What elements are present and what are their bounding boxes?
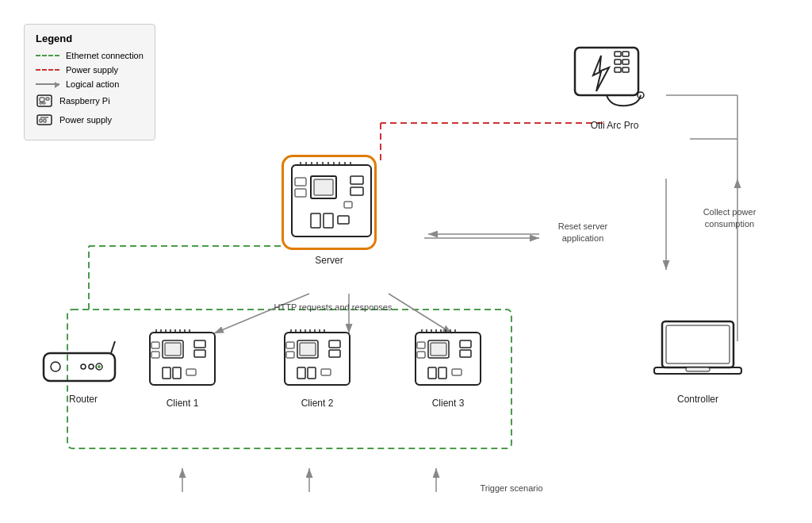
- client2: Client 2: [282, 329, 353, 409]
- router-label: Router: [69, 394, 98, 405]
- diagram: Legend Ethernet connection Power supply …: [0, 0, 812, 523]
- otii-arc-pro: Otii Arc Pro: [571, 44, 658, 131]
- svg-rect-90: [297, 367, 305, 379]
- svg-rect-111: [417, 342, 425, 348]
- collect-annotation: Collect power consumption: [690, 206, 769, 231]
- svg-rect-27: [40, 119, 42, 122]
- svg-rect-70: [194, 340, 205, 348]
- svg-rect-23: [40, 102, 42, 104]
- svg-rect-108: [428, 367, 436, 379]
- svg-rect-113: [44, 353, 115, 381]
- legend-item-ethernet: Ethernet connection: [36, 51, 144, 60]
- legend-power-label: Power supply: [66, 65, 118, 75]
- reset-annotation: Reset server application: [539, 221, 626, 245]
- trigger-annotation: Trigger scenario: [476, 483, 547, 494]
- svg-rect-112: [417, 352, 425, 358]
- svg-rect-28: [44, 119, 46, 122]
- svg-rect-94: [286, 352, 294, 358]
- svg-rect-24: [43, 102, 45, 104]
- legend-logical-label: Logical action: [66, 79, 119, 89]
- svg-rect-52: [350, 187, 363, 195]
- client3-label: Client 3: [432, 398, 465, 409]
- svg-rect-107: [460, 350, 471, 357]
- svg-rect-32: [622, 52, 629, 56]
- server-label: Server: [315, 255, 343, 266]
- svg-rect-93: [286, 342, 294, 348]
- client1: Client 1: [147, 329, 218, 409]
- svg-rect-109: [439, 367, 446, 379]
- legend-psu-label: Power supply: [59, 115, 112, 125]
- client2-label: Client 2: [301, 398, 334, 409]
- svg-rect-31: [615, 52, 621, 56]
- otii-label: Otii Arc Pro: [591, 120, 639, 131]
- legend: Legend Ethernet connection Power supply …: [24, 24, 155, 140]
- router-icon: [40, 341, 127, 389]
- svg-rect-105: [431, 343, 446, 356]
- svg-rect-53: [311, 213, 320, 228]
- legend-rpi-label: Raspberry Pi: [59, 96, 110, 106]
- rpi-icon: [36, 94, 53, 108]
- client1-icon: [147, 329, 218, 393]
- server-rpi-icon: [289, 162, 374, 248]
- svg-rect-75: [151, 342, 159, 348]
- svg-rect-33: [615, 60, 621, 64]
- svg-rect-123: [686, 367, 710, 371]
- svg-rect-106: [460, 340, 471, 348]
- svg-rect-55: [338, 216, 349, 224]
- legend-item-logical: Logical action: [36, 79, 144, 89]
- svg-rect-22: [46, 98, 49, 100]
- legend-title: Legend: [36, 33, 144, 44]
- svg-rect-34: [622, 60, 629, 64]
- svg-rect-58: [295, 189, 306, 197]
- client3: Client 3: [412, 329, 484, 409]
- svg-rect-51: [350, 176, 363, 184]
- legend-item-power: Power supply: [36, 65, 144, 75]
- server: Server: [282, 155, 377, 266]
- svg-rect-91: [308, 367, 316, 379]
- legend-item-rpi: Raspberry Pi: [36, 94, 144, 108]
- server-board: [282, 155, 377, 250]
- svg-rect-92: [321, 369, 331, 375]
- legend-ethernet-label: Ethernet connection: [66, 51, 144, 60]
- svg-rect-35: [615, 67, 621, 72]
- controller: Controller: [650, 317, 745, 405]
- svg-rect-36: [622, 67, 629, 72]
- svg-rect-87: [300, 343, 316, 356]
- svg-point-116: [98, 365, 101, 368]
- svg-rect-50: [314, 179, 333, 195]
- ethernet-line-icon: [36, 55, 59, 56]
- svg-rect-56: [344, 202, 352, 208]
- controller-label: Controller: [677, 394, 718, 405]
- svg-rect-88: [329, 340, 340, 348]
- client1-label: Client 1: [167, 398, 199, 409]
- http-annotation: HTTP requests and responses: [270, 302, 396, 313]
- svg-line-12: [389, 294, 452, 333]
- svg-rect-110: [452, 369, 462, 375]
- svg-rect-76: [151, 352, 159, 358]
- legend-item-psu: Power supply: [36, 113, 144, 127]
- controller-icon: [650, 317, 745, 389]
- svg-rect-69: [165, 343, 181, 356]
- client2-icon: [282, 329, 353, 393]
- svg-marker-30: [593, 56, 609, 91]
- svg-rect-89: [329, 350, 340, 357]
- svg-rect-120: [662, 321, 733, 367]
- otii-icon: [571, 44, 658, 115]
- svg-point-118: [89, 364, 94, 369]
- logical-line-icon: [36, 83, 59, 85]
- svg-rect-72: [163, 367, 170, 379]
- svg-point-117: [81, 364, 86, 369]
- psu-legend-icon: [36, 113, 53, 127]
- client3-icon: [412, 329, 484, 393]
- svg-line-114: [111, 341, 115, 353]
- svg-rect-21: [40, 98, 44, 102]
- svg-rect-71: [194, 350, 205, 357]
- svg-rect-73: [173, 367, 181, 379]
- svg-rect-54: [324, 213, 333, 228]
- svg-point-119: [51, 362, 60, 371]
- svg-rect-57: [295, 178, 306, 186]
- router: Router: [40, 341, 127, 405]
- svg-rect-74: [186, 369, 196, 375]
- power-line-icon: [36, 69, 59, 71]
- svg-rect-121: [666, 325, 730, 363]
